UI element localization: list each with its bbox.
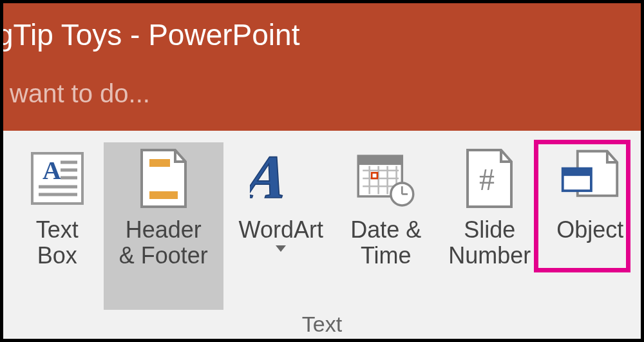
svg-text:A: A	[43, 156, 61, 185]
slide-number-label-1: Slide	[448, 217, 531, 243]
svg-rect-8	[149, 191, 178, 199]
header-footer-label-2: & Footer	[119, 243, 208, 269]
svg-rect-11	[359, 156, 402, 165]
ribbon-text-group: A Text Box Header & Footer	[3, 131, 641, 342]
svg-text:A: A	[250, 146, 292, 211]
slide-number-label-2: Number	[448, 243, 531, 269]
date-time-icon	[355, 146, 417, 211]
header-footer-button[interactable]: Header & Footer	[104, 142, 223, 310]
header-footer-icon	[133, 146, 194, 211]
dropdown-caret-icon	[276, 245, 286, 252]
tell-me-placeholder: want to do...	[10, 79, 150, 108]
tell-me-input[interactable]: want to do...	[3, 68, 641, 131]
slide-number-icon: #	[459, 146, 520, 211]
wordart-icon: A	[250, 146, 312, 211]
date-time-label-2: Time	[350, 243, 421, 269]
text-box-label-2: Box	[36, 243, 79, 269]
slide-number-button[interactable]: # Slide Number	[436, 142, 544, 310]
date-time-label-1: Date &	[350, 217, 421, 243]
svg-rect-25	[563, 169, 591, 176]
group-label: Text	[3, 312, 641, 337]
title-bar: gTip Toys - PowerPoint	[3, 3, 641, 68]
object-label: Object	[556, 217, 623, 243]
wordart-label: WordArt	[239, 217, 323, 243]
object-button[interactable]: Object	[546, 142, 634, 310]
date-time-button[interactable]: Date & Time	[339, 142, 433, 310]
wordart-button[interactable]: A WordArt	[227, 142, 335, 310]
svg-rect-7	[149, 159, 170, 167]
text-box-label-1: Text	[36, 217, 79, 243]
svg-text:#: #	[479, 162, 495, 196]
text-box-button[interactable]: A Text Box	[16, 142, 99, 310]
text-box-icon: A	[26, 146, 88, 211]
header-footer-label-1: Header	[119, 217, 208, 243]
object-icon	[559, 146, 621, 211]
window-title: gTip Toys - PowerPoint	[0, 18, 299, 52]
